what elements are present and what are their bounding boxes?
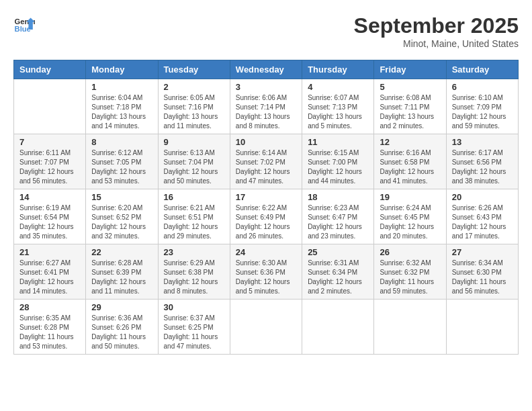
calendar-cell: 14Sunrise: 6:19 AMSunset: 6:54 PMDayligh… [14, 189, 86, 244]
day-number: 17 [236, 192, 296, 202]
calendar-cell: 21Sunrise: 6:27 AMSunset: 6:41 PMDayligh… [14, 244, 86, 300]
header-cell-thursday: Thursday [302, 60, 374, 79]
day-number: 21 [19, 247, 80, 257]
calendar-cell: 16Sunrise: 6:21 AMSunset: 6:51 PMDayligh… [158, 189, 230, 244]
calendar-cell: 5Sunrise: 6:08 AMSunset: 7:11 PMDaylight… [374, 79, 446, 134]
calendar-cell: 10Sunrise: 6:14 AMSunset: 7:02 PMDayligh… [230, 134, 302, 189]
day-info: Sunrise: 6:23 AMSunset: 6:47 PMDaylight:… [308, 203, 368, 241]
day-number: 12 [380, 137, 440, 147]
calendar-cell: 20Sunrise: 6:26 AMSunset: 6:43 PMDayligh… [446, 189, 518, 244]
day-number: 3 [236, 82, 296, 92]
calendar-cell: 3Sunrise: 6:06 AMSunset: 7:14 PMDaylight… [230, 79, 302, 134]
day-number: 22 [91, 247, 152, 257]
calendar-cell: 12Sunrise: 6:16 AMSunset: 6:58 PMDayligh… [374, 134, 446, 189]
calendar-cell: 8Sunrise: 6:12 AMSunset: 7:05 PMDaylight… [86, 134, 158, 189]
day-number: 13 [452, 137, 513, 147]
day-number: 14 [19, 192, 80, 202]
calendar-cell: 27Sunrise: 6:34 AMSunset: 6:30 PMDayligh… [446, 244, 518, 300]
header-cell-saturday: Saturday [446, 60, 518, 79]
calendar-cell: 30Sunrise: 6:37 AMSunset: 6:25 PMDayligh… [158, 300, 230, 355]
day-info: Sunrise: 6:20 AMSunset: 6:52 PMDaylight:… [91, 203, 152, 241]
calendar-cell [302, 300, 374, 355]
calendar-cell: 28Sunrise: 6:35 AMSunset: 6:28 PMDayligh… [14, 300, 86, 355]
day-number: 29 [91, 302, 152, 312]
calendar-header: SundayMondayTuesdayWednesdayThursdayFrid… [14, 60, 519, 79]
calendar-cell: 23Sunrise: 6:29 AMSunset: 6:38 PMDayligh… [158, 244, 230, 300]
day-info: Sunrise: 6:30 AMSunset: 6:36 PMDaylight:… [236, 259, 296, 296]
day-info: Sunrise: 6:07 AMSunset: 7:13 PMDaylight:… [308, 93, 368, 131]
day-number: 10 [236, 137, 296, 147]
day-info: Sunrise: 6:22 AMSunset: 6:49 PMDaylight:… [236, 203, 296, 241]
calendar-table: SundayMondayTuesdayWednesdayThursdayFrid… [13, 60, 519, 355]
calendar-week-5: 28Sunrise: 6:35 AMSunset: 6:28 PMDayligh… [14, 300, 519, 355]
calendar-week-1: 1Sunrise: 6:04 AMSunset: 7:18 PMDaylight… [14, 79, 519, 134]
calendar-cell: 1Sunrise: 6:04 AMSunset: 7:18 PMDaylight… [86, 79, 158, 134]
day-info: Sunrise: 6:17 AMSunset: 6:56 PMDaylight:… [452, 148, 513, 186]
calendar-cell [446, 300, 518, 355]
day-number: 28 [19, 302, 80, 312]
calendar-cell: 15Sunrise: 6:20 AMSunset: 6:52 PMDayligh… [86, 189, 158, 244]
calendar-week-3: 14Sunrise: 6:19 AMSunset: 6:54 PMDayligh… [14, 189, 519, 244]
page-header: General Blue September 2025 Minot, Maine… [13, 13, 519, 49]
calendar-cell: 29Sunrise: 6:36 AMSunset: 6:26 PMDayligh… [86, 300, 158, 355]
calendar-cell: 9Sunrise: 6:13 AMSunset: 7:04 PMDaylight… [158, 134, 230, 189]
calendar-week-4: 21Sunrise: 6:27 AMSunset: 6:41 PMDayligh… [14, 244, 519, 300]
day-info: Sunrise: 6:32 AMSunset: 6:32 PMDaylight:… [380, 259, 440, 296]
day-info: Sunrise: 6:31 AMSunset: 6:34 PMDaylight:… [308, 259, 368, 296]
day-info: Sunrise: 6:14 AMSunset: 7:02 PMDaylight:… [236, 148, 296, 186]
calendar-cell: 11Sunrise: 6:15 AMSunset: 7:00 PMDayligh… [302, 134, 374, 189]
calendar-week-2: 7Sunrise: 6:11 AMSunset: 7:07 PMDaylight… [14, 134, 519, 189]
location: Minot, Maine, United States [354, 38, 519, 49]
month-title: September 2025 [354, 13, 519, 38]
day-number: 26 [380, 247, 440, 257]
logo-icon: General Blue [13, 13, 35, 35]
day-info: Sunrise: 6:08 AMSunset: 7:11 PMDaylight:… [380, 93, 440, 131]
calendar-cell: 7Sunrise: 6:11 AMSunset: 7:07 PMDaylight… [14, 134, 86, 189]
header-cell-sunday: Sunday [14, 60, 86, 79]
day-number: 18 [308, 192, 368, 202]
day-number: 11 [308, 137, 368, 147]
day-number: 16 [164, 192, 224, 202]
day-info: Sunrise: 6:13 AMSunset: 7:04 PMDaylight:… [164, 148, 224, 186]
day-number: 23 [164, 247, 224, 257]
day-number: 30 [164, 302, 224, 312]
day-info: Sunrise: 6:29 AMSunset: 6:38 PMDaylight:… [164, 259, 224, 296]
day-number: 4 [308, 82, 368, 92]
day-info: Sunrise: 6:35 AMSunset: 6:28 PMDaylight:… [19, 314, 80, 351]
day-number: 19 [380, 192, 440, 202]
svg-text:Blue: Blue [15, 25, 31, 33]
day-info: Sunrise: 6:12 AMSunset: 7:05 PMDaylight:… [91, 148, 152, 186]
day-info: Sunrise: 6:19 AMSunset: 6:54 PMDaylight:… [19, 203, 80, 241]
title-block: September 2025 Minot, Maine, United Stat… [354, 13, 519, 49]
day-number: 20 [452, 192, 513, 202]
day-info: Sunrise: 6:15 AMSunset: 7:00 PMDaylight:… [308, 148, 368, 186]
calendar-cell [374, 300, 446, 355]
header-cell-tuesday: Tuesday [158, 60, 230, 79]
header-row: SundayMondayTuesdayWednesdayThursdayFrid… [14, 60, 519, 79]
day-info: Sunrise: 6:27 AMSunset: 6:41 PMDaylight:… [19, 259, 80, 296]
day-number: 1 [91, 82, 152, 92]
day-number: 24 [236, 247, 296, 257]
day-number: 27 [452, 247, 513, 257]
calendar-cell: 25Sunrise: 6:31 AMSunset: 6:34 PMDayligh… [302, 244, 374, 300]
day-info: Sunrise: 6:04 AMSunset: 7:18 PMDaylight:… [91, 93, 152, 131]
calendar-cell [14, 79, 86, 134]
day-info: Sunrise: 6:21 AMSunset: 6:51 PMDaylight:… [164, 203, 224, 241]
header-cell-monday: Monday [86, 60, 158, 79]
day-number: 25 [308, 247, 368, 257]
day-number: 8 [91, 137, 152, 147]
calendar-cell [230, 300, 302, 355]
calendar-cell: 19Sunrise: 6:24 AMSunset: 6:45 PMDayligh… [374, 189, 446, 244]
day-info: Sunrise: 6:34 AMSunset: 6:30 PMDaylight:… [452, 259, 513, 296]
calendar-cell: 26Sunrise: 6:32 AMSunset: 6:32 PMDayligh… [374, 244, 446, 300]
calendar-cell: 18Sunrise: 6:23 AMSunset: 6:47 PMDayligh… [302, 189, 374, 244]
day-info: Sunrise: 6:26 AMSunset: 6:43 PMDaylight:… [452, 203, 513, 241]
header-cell-friday: Friday [374, 60, 446, 79]
header-cell-wednesday: Wednesday [230, 60, 302, 79]
calendar-cell: 6Sunrise: 6:10 AMSunset: 7:09 PMDaylight… [446, 79, 518, 134]
day-number: 5 [380, 82, 440, 92]
day-info: Sunrise: 6:16 AMSunset: 6:58 PMDaylight:… [380, 148, 440, 186]
calendar-cell: 17Sunrise: 6:22 AMSunset: 6:49 PMDayligh… [230, 189, 302, 244]
calendar-cell: 22Sunrise: 6:28 AMSunset: 6:39 PMDayligh… [86, 244, 158, 300]
logo: General Blue [13, 13, 35, 35]
